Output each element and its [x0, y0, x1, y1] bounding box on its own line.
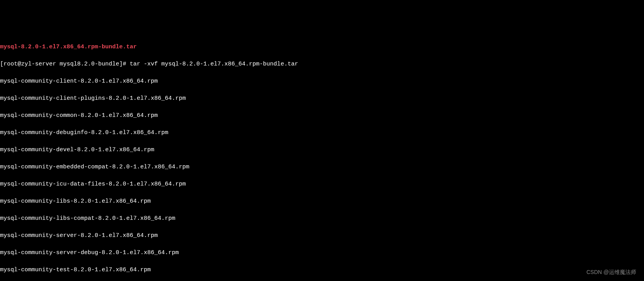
tar-output: mysql-community-libs-8.2.0-1.el7.x86_64.…: [0, 197, 644, 206]
tar-output: mysql-community-devel-8.2.0-1.el7.x86_64…: [0, 146, 644, 154]
tar-output: mysql-community-server-8.2.0-1.el7.x86_6…: [0, 232, 644, 240]
tar-output: mysql-community-embedded-compat-8.2.0-1.…: [0, 163, 644, 171]
tar-output: mysql-community-client-plugins-8.2.0-1.e…: [0, 94, 644, 103]
tar-output: mysql-community-server-debug-8.2.0-1.el7…: [0, 249, 644, 257]
prompt-line-tar: [root@zyl-server mysql8.2.0-bundle]# tar…: [0, 60, 644, 69]
partial-line-top: mysql-8.2.0-1.el7.x86_64.rpm-bundle.tar: [0, 43, 644, 51]
tar-output: mysql-community-client-8.2.0-1.el7.x86_6…: [0, 77, 644, 86]
tar-output: mysql-community-common-8.2.0-1.el7.x86_6…: [0, 111, 644, 120]
tar-output: mysql-community-libs-compat-8.2.0-1.el7.…: [0, 214, 644, 223]
terminal-output[interactable]: mysql-8.2.0-1.el7.x86_64.rpm-bundle.tar …: [0, 34, 644, 281]
tar-output: mysql-community-debuginfo-8.2.0-1.el7.x8…: [0, 129, 644, 137]
tar-output: mysql-community-test-8.2.0-1.el7.x86_64.…: [0, 266, 644, 274]
tar-output: mysql-community-icu-data-files-8.2.0-1.e…: [0, 180, 644, 189]
watermark-text: CSDN @运维魔法师: [586, 268, 636, 276]
